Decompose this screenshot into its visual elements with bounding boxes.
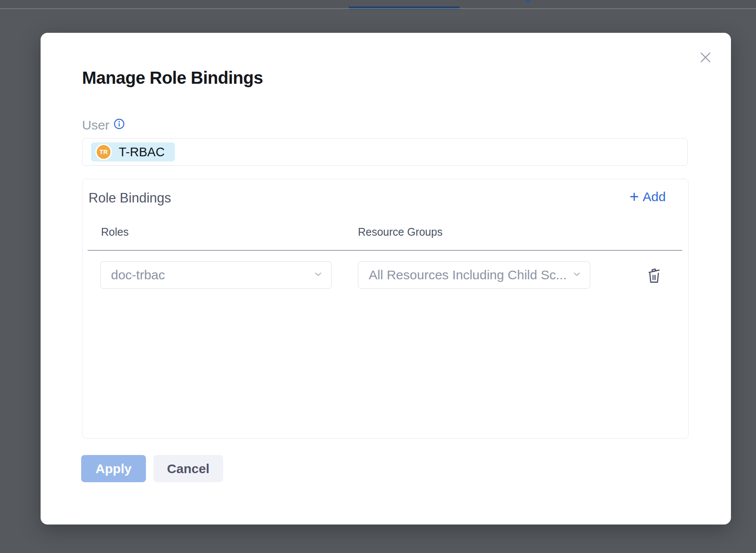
modal-title: Manage Role Bindings (82, 68, 263, 88)
info-icon (114, 124, 125, 131)
user-name: T-RBAC (119, 145, 164, 159)
user-field[interactable]: TR T-RBAC (82, 138, 688, 166)
manage-role-bindings-modal: Manage Role Bindings User TR T-RBAC R (41, 33, 731, 525)
column-header-resource-groups: Resource Groups (358, 226, 443, 238)
user-info-button[interactable] (114, 118, 125, 130)
role-bindings-card: Role Bindings + Add Roles Resource Group… (82, 179, 689, 439)
cancel-button[interactable]: Cancel (153, 455, 223, 482)
role-select-value: doc-trbac (111, 268, 165, 282)
column-header-roles: Roles (101, 226, 129, 238)
close-icon (698, 60, 713, 66)
screen: Manage Role Bindings User TR T-RBAC R (0, 0, 756, 553)
role-select[interactable]: doc-trbac (100, 261, 332, 289)
trash-icon (645, 280, 663, 287)
chevron-down-icon (572, 269, 582, 281)
user-label-row: User (82, 118, 125, 132)
chevron-down-icon (313, 269, 323, 281)
plus-icon: + (629, 190, 639, 203)
selected-user-chip: TR T-RBAC (91, 142, 175, 161)
role-binding-row: doc-trbac All Resources Including Child … (82, 261, 688, 290)
user-avatar: TR (95, 144, 112, 160)
table-header-divider (88, 250, 682, 251)
tab-bar-divider (0, 8, 756, 9)
resource-group-select[interactable]: All Resources Including Child Sc... (358, 261, 590, 289)
add-role-binding-button[interactable]: + Add (629, 190, 666, 204)
close-button[interactable] (698, 50, 713, 65)
role-bindings-title: Role Bindings (89, 190, 171, 206)
add-button-label: Add (643, 190, 666, 204)
resource-group-select-value: All Resources Including Child Sc... (369, 268, 567, 282)
delete-role-binding-button[interactable] (645, 265, 663, 286)
apply-button[interactable]: Apply (81, 455, 146, 482)
user-field-label: User (82, 118, 109, 132)
